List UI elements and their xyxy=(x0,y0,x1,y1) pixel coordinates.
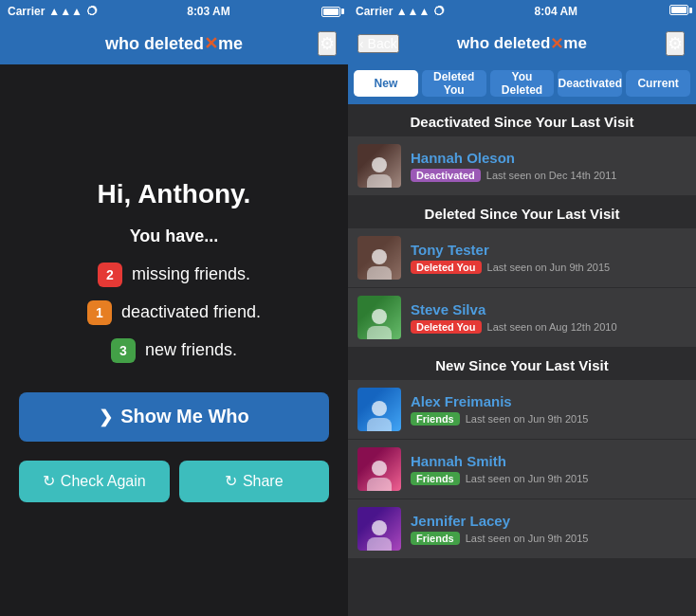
last-seen-text: Last seen on Jun 9th 2015 xyxy=(466,413,589,425)
friend-info: Tony Tester Deleted You Last seen on Jun… xyxy=(411,242,687,274)
friend-meta: Friends Last seen on Jun 9th 2015 xyxy=(411,412,687,426)
right-settings-button[interactable]: ⚙ xyxy=(666,31,685,56)
list-item[interactable]: Hannah Oleson Deactivated Last seen on D… xyxy=(348,136,696,195)
show-arrow-icon: ❯ xyxy=(99,407,113,427)
check-again-button[interactable]: ↻ Check Again xyxy=(19,461,170,502)
tab-new[interactable]: New xyxy=(354,70,418,97)
tab-current[interactable]: Current xyxy=(626,70,690,97)
status-badge: Deleted You xyxy=(411,261,482,274)
new-section-header: New Since Your Last Visit xyxy=(348,348,696,379)
right-signal-icon: ▲▲▲ 🔿 xyxy=(396,5,445,18)
stat-row-deactivated: 1 deactivated friend. xyxy=(19,300,329,325)
list-item[interactable]: Jennifer Lacey Friends Last seen on Jun … xyxy=(348,499,696,558)
new-badge: 3 xyxy=(111,338,136,363)
signal-icon: ▲▲▲ xyxy=(48,5,82,18)
back-button[interactable]: ‹ Back xyxy=(357,34,399,53)
left-battery xyxy=(320,7,340,17)
deactivated-badge: 1 xyxy=(87,300,112,325)
left-carrier: Carrier ▲▲▲ 🔿 xyxy=(8,5,98,18)
title-pre: who deleted xyxy=(105,34,204,54)
tab-deactivated[interactable]: Deactivated xyxy=(558,70,622,97)
left-time: 8:03 AM xyxy=(187,5,230,18)
avatar xyxy=(357,388,401,431)
list-item[interactable]: Hannah Smith Friends Last seen on Jun 9t… xyxy=(348,440,696,498)
bottom-buttons: ↻ Check Again ↻ Share xyxy=(19,461,329,502)
left-app-title: who deleted✕ me xyxy=(105,33,243,54)
friend-name: Tony Tester xyxy=(411,242,687,258)
right-time: 8:04 AM xyxy=(535,5,578,18)
tab-you-deleted[interactable]: You Deleted xyxy=(490,70,555,97)
you-have-text: You have... xyxy=(130,226,219,246)
left-app-header: who deleted✕ me ⚙ xyxy=(0,23,348,64)
friend-meta: Deleted You Last seen on Aug 12th 2010 xyxy=(411,320,687,334)
avatar xyxy=(357,507,401,551)
list-item[interactable]: Tony Tester Deleted You Last seen on Jun… xyxy=(348,228,696,287)
right-status-bar: Carrier ▲▲▲ 🔿 8:04 AM xyxy=(348,0,696,23)
friend-info: Jennifer Lacey Friends Last seen on Jun … xyxy=(411,513,687,545)
right-battery-icon xyxy=(669,5,688,15)
share-button[interactable]: ↻ Share xyxy=(179,461,330,502)
avatar xyxy=(357,296,401,339)
title-x: ✕ xyxy=(204,33,218,54)
deactivated-label: deactivated friend. xyxy=(121,302,261,322)
last-seen-text: Last seen on Dec 14th 2011 xyxy=(486,170,617,181)
settings-button[interactable]: ⚙ xyxy=(318,31,337,56)
right-title-x: ✕ xyxy=(550,34,563,54)
title-post: me xyxy=(218,34,243,54)
status-badge: Deleted You xyxy=(411,320,482,334)
tabs-bar: New Deleted You You Deleted Deactivated … xyxy=(348,64,696,104)
tab-deleted-you[interactable]: Deleted You xyxy=(422,70,486,97)
left-status-bar: Carrier ▲▲▲ 🔿 8:03 AM xyxy=(0,0,348,23)
friend-name: Hannah Oleson xyxy=(411,150,687,166)
carrier-name: Carrier xyxy=(8,5,45,18)
list-item[interactable]: Alex Freimanis Friends Last seen on Jun … xyxy=(348,380,696,439)
friend-name: Jennifer Lacey xyxy=(411,513,687,529)
friend-name: Steve Silva xyxy=(411,301,687,317)
right-title-post: me xyxy=(563,34,587,53)
deactivated-section-header: Deactivated Since Your Last Visit xyxy=(348,104,696,136)
right-app-title: who deleted✕ me xyxy=(457,34,587,54)
last-seen-text: Last seen on Jun 9th 2015 xyxy=(466,533,589,544)
status-badge: Deactivated xyxy=(411,169,481,182)
friend-meta: Friends Last seen on Jun 9th 2015 xyxy=(411,532,687,545)
refresh-icon: ↻ xyxy=(43,472,55,490)
deleted-section-header: Deleted Since Your Last Visit xyxy=(348,196,696,227)
friend-info: Hannah Smith Friends Last seen on Jun 9t… xyxy=(411,453,687,485)
missing-label: missing friends. xyxy=(132,264,250,284)
battery-icon xyxy=(321,7,340,17)
friend-name: Alex Freimanis xyxy=(411,393,687,409)
last-seen-text: Last seen on Jun 9th 2015 xyxy=(466,473,589,484)
right-carrier: Carrier ▲▲▲ 🔿 xyxy=(356,5,445,18)
status-badge: Friends xyxy=(411,412,460,426)
left-panel: Carrier ▲▲▲ 🔿 8:03 AM who deleted✕ me ⚙ … xyxy=(0,0,348,616)
friend-info: Hannah Oleson Deactivated Last seen on D… xyxy=(411,150,687,182)
status-badge: Friends xyxy=(411,532,460,545)
friend-name: Hannah Smith xyxy=(411,453,687,469)
show-me-who-button[interactable]: ❯ Show Me Who xyxy=(19,392,329,442)
share-label: Share xyxy=(243,473,284,490)
right-content[interactable]: Deactivated Since Your Last Visit Hannah… xyxy=(348,104,696,616)
last-seen-text: Last seen on Jun 9th 2015 xyxy=(487,262,611,273)
new-label: new friends. xyxy=(145,340,237,360)
right-app-header: ‹ Back who deleted✕ me ⚙ xyxy=(348,23,696,64)
missing-badge: 2 xyxy=(98,263,122,287)
avatar xyxy=(357,447,401,491)
right-panel: Carrier ▲▲▲ 🔿 8:04 AM ‹ Back who deleted… xyxy=(348,0,696,616)
stat-row-new: 3 new friends. xyxy=(19,338,329,363)
right-battery xyxy=(668,5,688,18)
last-seen-text: Last seen on Aug 12th 2010 xyxy=(487,321,617,333)
list-item[interactable]: Steve Silva Deleted You Last seen on Aug… xyxy=(348,288,696,347)
friend-info: Steve Silva Deleted You Last seen on Aug… xyxy=(411,301,687,334)
share-icon: ↻ xyxy=(225,472,237,490)
friend-meta: Deactivated Last seen on Dec 14th 2011 xyxy=(411,169,687,182)
left-content: Hi, Anthony. You have... 2 missing frien… xyxy=(0,64,348,616)
friend-meta: Deleted You Last seen on Jun 9th 2015 xyxy=(411,261,687,274)
stat-row-missing: 2 missing friends. xyxy=(19,263,329,287)
right-title-pre: who deleted xyxy=(457,34,550,53)
greeting-text: Hi, Anthony. xyxy=(98,179,251,209)
show-me-label: Show Me Who xyxy=(120,406,249,427)
avatar xyxy=(357,236,401,280)
check-label: Check Again xyxy=(61,473,146,490)
status-badge: Friends xyxy=(411,472,460,485)
friend-meta: Friends Last seen on Jun 9th 2015 xyxy=(411,472,687,485)
